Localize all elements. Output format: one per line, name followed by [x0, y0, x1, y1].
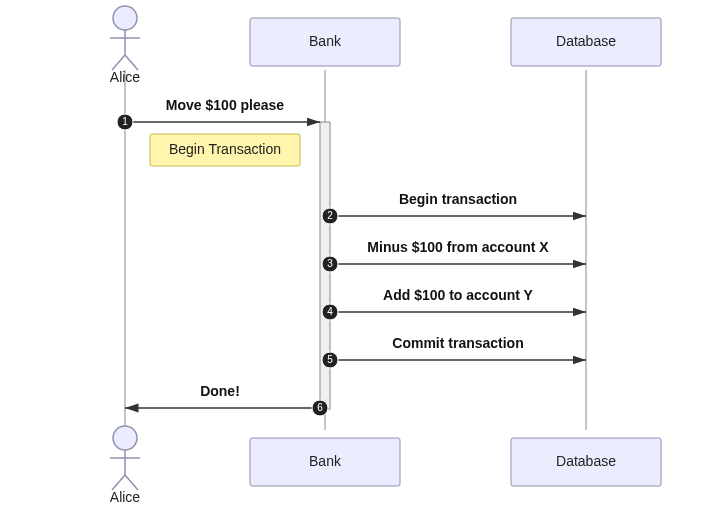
svg-line-12 — [125, 475, 138, 490]
participant-bank-bottom: Bank — [250, 438, 400, 486]
msg-3-text: Minus $100 from account X — [367, 239, 549, 255]
seq-5-num: 5 — [327, 354, 333, 365]
seq-4-num: 4 — [327, 306, 333, 317]
actor-alice-label: Alice — [110, 69, 141, 85]
msg-2-text: Begin transaction — [399, 191, 517, 207]
svg-point-8 — [113, 426, 137, 450]
msg-1-text: Move $100 please — [166, 97, 285, 113]
svg-line-3 — [112, 55, 125, 70]
participant-database-top: Database — [511, 18, 661, 66]
participant-bank-label: Bank — [309, 33, 342, 49]
participant-database-bottom: Database — [511, 438, 661, 486]
svg-line-11 — [112, 475, 125, 490]
participant-database-label-bottom: Database — [556, 453, 616, 469]
seq-6-num: 6 — [317, 402, 323, 413]
actor-alice-label-bottom: Alice — [110, 489, 141, 505]
actor-alice-bottom: Alice — [110, 426, 141, 505]
actor-alice-top: Alice — [110, 6, 141, 85]
svg-point-0 — [113, 6, 137, 30]
sequence-diagram: Alice Bank Database Move $100 please 1 B… — [0, 0, 712, 505]
note-begin-transaction: Begin Transaction — [150, 134, 300, 166]
note-text: Begin Transaction — [169, 141, 281, 157]
seq-2-num: 2 — [327, 210, 333, 221]
msg-6-text: Done! — [200, 383, 240, 399]
svg-line-4 — [125, 55, 138, 70]
participant-bank-label-bottom: Bank — [309, 453, 342, 469]
participant-bank-top: Bank — [250, 18, 400, 66]
seq-3-num: 3 — [327, 258, 333, 269]
seq-1-num: 1 — [122, 116, 128, 127]
msg-4-text: Add $100 to account Y — [383, 287, 534, 303]
msg-5-text: Commit transaction — [392, 335, 523, 351]
participant-database-label: Database — [556, 33, 616, 49]
